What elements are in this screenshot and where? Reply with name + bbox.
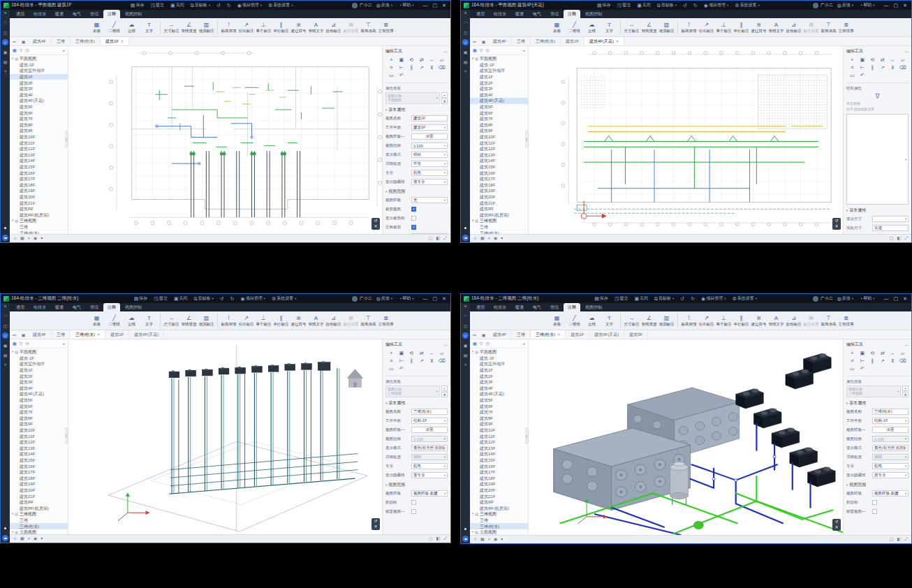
property-select[interactable]: 视图样板-新建▾ xyxy=(872,490,909,497)
delete-tool-icon[interactable]: ⌫ xyxy=(438,64,447,71)
tree-item[interactable]: 三维(给水) xyxy=(470,523,528,529)
measure-tool-icon[interactable]: ▭ xyxy=(848,72,857,79)
tree-item[interactable]: 建筑2F xyxy=(10,373,68,379)
tree-item[interactable]: 建筑16F xyxy=(10,463,68,469)
wall-hole-tag-button[interactable]: ▥墙洞标注 xyxy=(658,22,675,34)
ribbon-tab-4[interactable]: 管综 xyxy=(546,303,563,311)
property-select[interactable]: 结构-1F▾ xyxy=(411,418,448,424)
box-select-tool-icon[interactable]: ▣ xyxy=(397,350,406,357)
tree-item[interactable]: 建筑-1F xyxy=(470,62,528,68)
tree-item[interactable]: 建筑RF(机房层) xyxy=(10,212,68,218)
tree-item[interactable]: 建筑室外地坪 xyxy=(470,68,528,74)
property-select[interactable]: 机电▾ xyxy=(411,170,448,176)
tree-item[interactable]: 建筑15F xyxy=(10,164,68,170)
help-circle-icon[interactable]: ? xyxy=(462,68,469,75)
pipe-text-button[interactable]: A管线文字 xyxy=(307,22,325,34)
mirror-tool-icon[interactable]: ⇄ xyxy=(418,57,427,64)
notification-icon[interactable] xyxy=(462,526,469,532)
ribbon-tab-5[interactable]: 注释 xyxy=(564,303,580,311)
tree-item[interactable]: 三维(给水) xyxy=(10,523,68,529)
tree-item[interactable]: 建筑12F xyxy=(470,146,528,152)
notification-icon[interactable] xyxy=(2,225,8,231)
text-button[interactable]: T文字 xyxy=(140,22,158,34)
tree-item[interactable]: 建筑19F xyxy=(470,188,528,194)
maximize-button[interactable]: ▢ xyxy=(433,1,438,10)
tree-item[interactable]: 建筑5F xyxy=(10,104,68,110)
filter-funnel-icon[interactable]: ▽ xyxy=(20,48,23,52)
single-tag-button[interactable]: ⊥单个标注 xyxy=(715,315,733,327)
tree-group-0[interactable]: ▾▤平面视图 xyxy=(10,349,68,355)
crosshair-icon[interactable]: ⌖ xyxy=(488,537,490,542)
message-service-icon[interactable] xyxy=(462,536,469,542)
property-input[interactable]: 三维(给水) xyxy=(872,409,909,415)
view-tab-3[interactable]: 建筑1F xyxy=(561,37,584,45)
tree-item[interactable]: 建筑1F xyxy=(470,74,528,80)
wireframe-mode-icon[interactable]: ▢ xyxy=(429,536,433,541)
move-tool-icon[interactable]: + xyxy=(387,57,396,64)
tree-item[interactable]: 建筑17F xyxy=(10,176,68,182)
sync-check-icon[interactable]: ✓ xyxy=(462,332,469,339)
filter-funnel-icon[interactable]: ∇ xyxy=(875,94,879,100)
views-filter-icon[interactable]: ▦ xyxy=(473,48,477,52)
table-button[interactable]: ▦表格 xyxy=(548,22,566,34)
section-header[interactable]: ▾基本属性 xyxy=(846,207,909,214)
list-filter-button[interactable]: ≣ xyxy=(441,392,448,397)
undo-edit-tool-icon[interactable]: ↶ xyxy=(397,72,406,79)
split-tool-icon[interactable]: ∥ xyxy=(407,358,416,365)
sync-view-icon[interactable]: ↺ xyxy=(374,519,377,524)
split-tool-icon[interactable]: ∥ xyxy=(868,358,877,365)
tree-item[interactable]: 建筑7F xyxy=(470,116,528,122)
property-select[interactable]: ▾ xyxy=(872,216,909,222)
align-tool-icon[interactable]: ⊢ xyxy=(858,64,867,71)
tree-item[interactable]: 建筑18F xyxy=(10,475,68,481)
tree-item[interactable]: 建筑室外地坪 xyxy=(470,361,528,367)
ribbon-tab-1[interactable]: 给排水 xyxy=(29,303,50,311)
view-switch-icon[interactable]: ▣ xyxy=(479,330,488,339)
maximize-button[interactable]: ▢ xyxy=(433,294,438,303)
tree-item[interactable]: 建筑室外地坪 xyxy=(10,361,68,367)
trim-tool-icon[interactable]: ⊻ xyxy=(427,64,436,71)
sync-check-icon[interactable]: ✓ xyxy=(462,39,469,45)
leader-tag-button[interactable]: ↗引出标注 xyxy=(698,22,715,34)
undo-button[interactable]: ↺ xyxy=(214,1,223,10)
minimize-button[interactable]: — xyxy=(884,294,889,303)
tree-item[interactable]: 建筑11F xyxy=(470,140,528,146)
close-overlay-icon[interactable]: ✕ xyxy=(374,224,377,229)
property-input[interactable]: 实需 xyxy=(872,225,909,231)
tree-item[interactable]: 建筑RF(机房层) xyxy=(10,505,68,511)
tree-item[interactable]: 建筑3F xyxy=(470,86,528,92)
help-menu[interactable]: ◔帮助▾ xyxy=(397,1,416,10)
more-options-icon[interactable]: ▾ xyxy=(501,236,503,241)
sync-view-icon[interactable]: ↺ xyxy=(834,219,838,223)
fit-view-icon[interactable]: ⤢ xyxy=(443,236,447,241)
dimension-button[interactable]: ↔尺寸标注 xyxy=(623,315,640,327)
tree-item[interactable]: 建筑-1F xyxy=(10,62,68,68)
parallel-tag-button[interactable]: ∥平行标注 xyxy=(733,22,750,34)
expand-ribbon-button[interactable]: » xyxy=(4,10,7,16)
close-doc-button[interactable]: ▣关闭 xyxy=(172,294,190,303)
wireframe-mode-icon[interactable]: ▢ xyxy=(890,236,894,241)
property-input[interactable]: 三维(给水) xyxy=(411,409,448,415)
feedback-menu[interactable]: ◍反馈▾ xyxy=(374,294,395,303)
tree-item[interactable]: 建筑13F xyxy=(10,446,68,452)
clipboard-button[interactable]: ⧉剪贴板▾ xyxy=(652,294,676,303)
trim-tool-icon[interactable]: ⊻ xyxy=(888,64,897,71)
help-menu[interactable]: ◔帮助▾ xyxy=(858,294,877,303)
expand-ribbon-button[interactable]: » xyxy=(464,10,467,16)
tree-item[interactable]: 建筑16F xyxy=(10,170,68,176)
rotate-tool-icon[interactable]: ⟲ xyxy=(868,57,877,64)
connect-tool-icon[interactable]: ↗ xyxy=(878,64,888,71)
copy-tool-icon[interactable]: ▱ xyxy=(899,350,908,357)
floor-plan-drawing[interactable] xyxy=(68,46,382,234)
property-select[interactable]: 机电▾ xyxy=(872,463,909,469)
avoid-symbol-button[interactable]: ≋避让符号 xyxy=(750,315,767,327)
undo-button[interactable]: ↺ xyxy=(218,294,226,303)
notification-icon[interactable] xyxy=(2,525,8,531)
recent-views-icon[interactable]: ◷ xyxy=(25,341,29,346)
ribbon-tab-0[interactable]: 通用 xyxy=(12,303,29,311)
tree-item[interactable]: 建筑RF xyxy=(470,206,528,212)
auto-tag-button[interactable]: ⊿自动标注 xyxy=(325,315,342,327)
property-select[interactable]: 精细▾ xyxy=(872,454,909,460)
rotate-tool-icon[interactable]: ⟲ xyxy=(407,350,416,357)
tree-item[interactable]: 建筑20F xyxy=(470,487,528,494)
